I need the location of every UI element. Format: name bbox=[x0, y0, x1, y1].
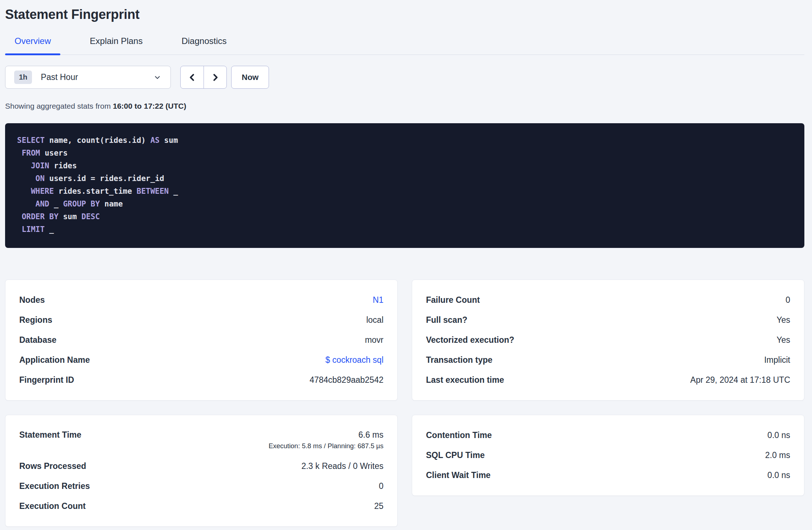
row-value-link[interactable]: $ cockroach sql bbox=[325, 355, 383, 365]
card-row: Execution Retries0 bbox=[19, 476, 383, 496]
card-statement-details: NodesN1RegionslocalDatabasemovrApplicati… bbox=[5, 280, 398, 401]
row-label: SQL CPU Time bbox=[426, 450, 485, 460]
card-row: Client Wait Time0.0 ns bbox=[426, 465, 790, 485]
row-label: Full scan? bbox=[426, 315, 467, 325]
previous-interval-button[interactable] bbox=[181, 66, 204, 88]
time-nav-group bbox=[180, 66, 227, 89]
row-label: Contention Time bbox=[426, 430, 492, 440]
row-value: 0.0 ns bbox=[767, 430, 790, 440]
row-value-wrap: Yes bbox=[776, 335, 790, 345]
row-value-wrap: 0.0 ns bbox=[767, 430, 790, 440]
tab-explain-plans[interactable]: Explain Plans bbox=[80, 36, 152, 55]
row-subvalue: Execution: 5.8 ms / Planning: 687.5 µs bbox=[269, 442, 383, 450]
card-row: Execution Count25 bbox=[19, 496, 383, 516]
card-row: Failure Count0 bbox=[426, 290, 790, 310]
row-value-wrap: $ cockroach sql bbox=[325, 355, 383, 365]
row-value-wrap: Yes bbox=[776, 315, 790, 325]
time-controls: 1h Past Hour bbox=[5, 66, 804, 89]
row-label: Last execution time bbox=[426, 375, 504, 385]
row-label: Client Wait Time bbox=[426, 470, 491, 480]
summary-cards: NodesN1RegionslocalDatabasemovrApplicati… bbox=[5, 280, 804, 527]
row-value-wrap: Implicit bbox=[764, 355, 790, 365]
row-label: Failure Count bbox=[426, 295, 480, 305]
row-value: Apr 29, 2024 at 17:18 UTC bbox=[690, 375, 790, 385]
row-value: 2.0 ms bbox=[765, 450, 790, 460]
row-value-wrap: 0.0 ns bbox=[767, 470, 790, 480]
card-row: Application Name$ cockroach sql bbox=[19, 350, 383, 370]
aggregated-stats-range: 16:00 to 17:22 (UTC) bbox=[113, 102, 186, 110]
card-row: Databasemovr bbox=[19, 330, 383, 350]
row-value-link[interactable]: N1 bbox=[373, 295, 383, 305]
sql-line: LIMIT _ bbox=[17, 223, 792, 236]
card-execution-attributes: Failure Count0Full scan?YesVectorized ex… bbox=[412, 280, 804, 401]
sql-line: SELECT name, count(rides.id) AS sum bbox=[17, 134, 792, 147]
card-row: Last execution timeApr 29, 2024 at 17:18… bbox=[426, 370, 790, 390]
page-title: Statement Fingerprint bbox=[5, 7, 804, 23]
row-value: 0 bbox=[379, 481, 383, 491]
row-value-wrap: 6.6 msExecution: 5.8 ms / Planning: 687.… bbox=[269, 430, 383, 450]
card-row: Fingerprint ID4784cb829aab2542 bbox=[19, 370, 383, 390]
card-row: Statement Time6.6 msExecution: 5.8 ms / … bbox=[19, 425, 383, 456]
row-label: Rows Processed bbox=[19, 461, 86, 471]
sql-statement-box: SELECT name, count(rides.id) AS sum FROM… bbox=[5, 123, 804, 248]
row-value-wrap: N1 bbox=[373, 295, 383, 305]
sql-line: WHERE rides.start_time BETWEEN _ bbox=[17, 185, 792, 198]
card-row: Transaction typeImplicit bbox=[426, 350, 790, 370]
chevron-left-icon bbox=[187, 72, 197, 83]
row-value-wrap: local bbox=[366, 315, 383, 325]
now-button[interactable]: Now bbox=[231, 66, 269, 89]
sql-line: JOIN rides bbox=[17, 160, 792, 172]
time-range-badge: 1h bbox=[14, 71, 32, 84]
row-value: Implicit bbox=[764, 355, 790, 365]
card-row: Contention Time0.0 ns bbox=[426, 425, 790, 445]
row-value-wrap: 4784cb829aab2542 bbox=[310, 375, 383, 385]
row-label: Regions bbox=[19, 315, 52, 325]
card-statement-timings: Statement Time6.6 msExecution: 5.8 ms / … bbox=[5, 415, 398, 527]
row-value: 2.3 k Reads / 0 Writes bbox=[301, 461, 383, 471]
card-row: Full scan?Yes bbox=[426, 310, 790, 330]
row-value-wrap: 25 bbox=[374, 501, 383, 511]
row-value: local bbox=[366, 315, 383, 325]
row-value: 0.0 ns bbox=[767, 470, 790, 480]
row-value-wrap: 2.3 k Reads / 0 Writes bbox=[301, 461, 383, 471]
row-label: Statement Time bbox=[19, 430, 81, 440]
row-value: 0 bbox=[785, 295, 790, 305]
row-label: Execution Count bbox=[19, 501, 86, 511]
row-label: Application Name bbox=[19, 355, 90, 365]
card-row: Regionslocal bbox=[19, 310, 383, 330]
row-value: 25 bbox=[374, 501, 383, 511]
sql-line: ORDER BY sum DESC bbox=[17, 210, 792, 223]
row-value: movr bbox=[365, 335, 383, 345]
row-value-wrap: movr bbox=[365, 335, 383, 345]
row-label: Nodes bbox=[19, 295, 45, 305]
time-range-dropdown[interactable]: 1h Past Hour bbox=[5, 66, 171, 89]
aggregated-stats-line: Showing aggregated stats from 16:00 to 1… bbox=[5, 101, 804, 111]
card-row: Vectorized execution?Yes bbox=[426, 330, 790, 350]
card-wait-timings: Contention Time0.0 nsSQL CPU Time2.0 msC… bbox=[412, 415, 804, 496]
card-row: SQL CPU Time2.0 ms bbox=[426, 445, 790, 465]
card-row: Rows Processed2.3 k Reads / 0 Writes bbox=[19, 456, 383, 476]
aggregated-stats-prefix: Showing aggregated stats from bbox=[5, 102, 113, 110]
chevron-right-icon bbox=[210, 72, 220, 83]
row-label: Transaction type bbox=[426, 355, 493, 365]
row-value-wrap: 2.0 ms bbox=[765, 450, 790, 460]
card-row: NodesN1 bbox=[19, 290, 383, 310]
row-label: Fingerprint ID bbox=[19, 375, 74, 385]
tab-diagnostics[interactable]: Diagnostics bbox=[172, 36, 236, 55]
row-value: Yes bbox=[776, 315, 790, 325]
row-value-wrap: 0 bbox=[785, 295, 790, 305]
row-label: Database bbox=[19, 335, 56, 345]
time-range-label: Past Hour bbox=[41, 72, 153, 82]
row-value-wrap: 0 bbox=[379, 481, 383, 491]
row-label: Execution Retries bbox=[19, 481, 90, 491]
statement-fingerprint-page: Statement Fingerprint OverviewExplain Pl… bbox=[0, 0, 812, 527]
row-value: 4784cb829aab2542 bbox=[310, 375, 383, 385]
row-label: Vectorized execution? bbox=[426, 335, 514, 345]
tab-overview[interactable]: Overview bbox=[5, 36, 60, 55]
sql-line: FROM users bbox=[17, 147, 792, 160]
row-value: Yes bbox=[776, 335, 790, 345]
row-value: 6.6 ms bbox=[358, 430, 383, 440]
chevron-down-icon bbox=[153, 73, 162, 82]
sql-line: AND _ GROUP BY name bbox=[17, 198, 792, 210]
next-interval-button[interactable] bbox=[204, 66, 226, 88]
